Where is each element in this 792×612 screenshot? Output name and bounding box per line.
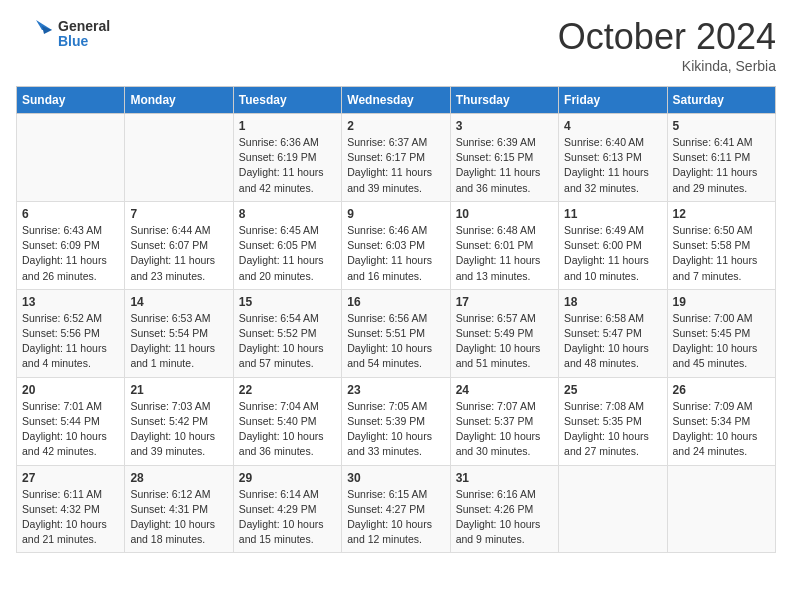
day-number: 26	[673, 383, 770, 397]
weekday-header-saturday: Saturday	[667, 87, 775, 114]
weekday-header-monday: Monday	[125, 87, 233, 114]
day-number: 13	[22, 295, 119, 309]
weekday-header-thursday: Thursday	[450, 87, 558, 114]
week-row-2: 6 Sunrise: 6:43 AMSunset: 6:09 PMDayligh…	[17, 201, 776, 289]
day-info: Sunrise: 6:40 AMSunset: 6:13 PMDaylight:…	[564, 136, 649, 194]
weekday-header-row: SundayMondayTuesdayWednesdayThursdayFrid…	[17, 87, 776, 114]
day-info: Sunrise: 6:52 AMSunset: 5:56 PMDaylight:…	[22, 312, 107, 370]
day-info: Sunrise: 6:14 AMSunset: 4:29 PMDaylight:…	[239, 488, 324, 546]
weekday-header-wednesday: Wednesday	[342, 87, 450, 114]
day-info: Sunrise: 6:11 AMSunset: 4:32 PMDaylight:…	[22, 488, 107, 546]
day-info: Sunrise: 7:03 AMSunset: 5:42 PMDaylight:…	[130, 400, 215, 458]
day-number: 28	[130, 471, 227, 485]
title-block: October 2024 Kikinda, Serbia	[558, 16, 776, 74]
month-title: October 2024	[558, 16, 776, 58]
day-number: 5	[673, 119, 770, 133]
day-number: 22	[239, 383, 336, 397]
logo-bird-icon	[16, 16, 52, 52]
calendar-cell: 23 Sunrise: 7:05 AMSunset: 5:39 PMDaylig…	[342, 377, 450, 465]
day-number: 7	[130, 207, 227, 221]
day-info: Sunrise: 7:08 AMSunset: 5:35 PMDaylight:…	[564, 400, 649, 458]
calendar-cell: 30 Sunrise: 6:15 AMSunset: 4:27 PMDaylig…	[342, 465, 450, 553]
calendar-cell: 7 Sunrise: 6:44 AMSunset: 6:07 PMDayligh…	[125, 201, 233, 289]
calendar-cell: 18 Sunrise: 6:58 AMSunset: 5:47 PMDaylig…	[559, 289, 667, 377]
day-number: 2	[347, 119, 444, 133]
calendar-cell: 12 Sunrise: 6:50 AMSunset: 5:58 PMDaylig…	[667, 201, 775, 289]
calendar-cell: 19 Sunrise: 7:00 AMSunset: 5:45 PMDaylig…	[667, 289, 775, 377]
calendar-cell: 25 Sunrise: 7:08 AMSunset: 5:35 PMDaylig…	[559, 377, 667, 465]
calendar-table: SundayMondayTuesdayWednesdayThursdayFrid…	[16, 86, 776, 553]
calendar-cell: 16 Sunrise: 6:56 AMSunset: 5:51 PMDaylig…	[342, 289, 450, 377]
calendar-cell: 5 Sunrise: 6:41 AMSunset: 6:11 PMDayligh…	[667, 114, 775, 202]
logo: General Blue	[16, 16, 110, 52]
weekday-header-friday: Friday	[559, 87, 667, 114]
calendar-cell: 15 Sunrise: 6:54 AMSunset: 5:52 PMDaylig…	[233, 289, 341, 377]
calendar-cell: 14 Sunrise: 6:53 AMSunset: 5:54 PMDaylig…	[125, 289, 233, 377]
day-info: Sunrise: 6:54 AMSunset: 5:52 PMDaylight:…	[239, 312, 324, 370]
calendar-cell: 1 Sunrise: 6:36 AMSunset: 6:19 PMDayligh…	[233, 114, 341, 202]
calendar-cell	[125, 114, 233, 202]
weekday-header-tuesday: Tuesday	[233, 87, 341, 114]
day-number: 10	[456, 207, 553, 221]
day-number: 15	[239, 295, 336, 309]
day-number: 25	[564, 383, 661, 397]
day-info: Sunrise: 6:15 AMSunset: 4:27 PMDaylight:…	[347, 488, 432, 546]
location-subtitle: Kikinda, Serbia	[558, 58, 776, 74]
day-info: Sunrise: 7:09 AMSunset: 5:34 PMDaylight:…	[673, 400, 758, 458]
calendar-cell: 29 Sunrise: 6:14 AMSunset: 4:29 PMDaylig…	[233, 465, 341, 553]
day-number: 27	[22, 471, 119, 485]
day-info: Sunrise: 6:50 AMSunset: 5:58 PMDaylight:…	[673, 224, 758, 282]
day-info: Sunrise: 6:36 AMSunset: 6:19 PMDaylight:…	[239, 136, 324, 194]
day-number: 3	[456, 119, 553, 133]
logo-general: General	[58, 19, 110, 34]
day-number: 19	[673, 295, 770, 309]
day-number: 18	[564, 295, 661, 309]
day-number: 30	[347, 471, 444, 485]
calendar-cell: 8 Sunrise: 6:45 AMSunset: 6:05 PMDayligh…	[233, 201, 341, 289]
day-number: 14	[130, 295, 227, 309]
day-info: Sunrise: 6:56 AMSunset: 5:51 PMDaylight:…	[347, 312, 432, 370]
day-info: Sunrise: 7:00 AMSunset: 5:45 PMDaylight:…	[673, 312, 758, 370]
day-info: Sunrise: 6:49 AMSunset: 6:00 PMDaylight:…	[564, 224, 649, 282]
calendar-cell: 2 Sunrise: 6:37 AMSunset: 6:17 PMDayligh…	[342, 114, 450, 202]
day-info: Sunrise: 6:16 AMSunset: 4:26 PMDaylight:…	[456, 488, 541, 546]
calendar-cell: 6 Sunrise: 6:43 AMSunset: 6:09 PMDayligh…	[17, 201, 125, 289]
day-info: Sunrise: 6:41 AMSunset: 6:11 PMDaylight:…	[673, 136, 758, 194]
day-info: Sunrise: 6:46 AMSunset: 6:03 PMDaylight:…	[347, 224, 432, 282]
day-info: Sunrise: 7:04 AMSunset: 5:40 PMDaylight:…	[239, 400, 324, 458]
day-number: 31	[456, 471, 553, 485]
day-info: Sunrise: 6:45 AMSunset: 6:05 PMDaylight:…	[239, 224, 324, 282]
day-info: Sunrise: 6:43 AMSunset: 6:09 PMDaylight:…	[22, 224, 107, 282]
day-number: 16	[347, 295, 444, 309]
day-number: 11	[564, 207, 661, 221]
page-header: General Blue October 2024 Kikinda, Serbi…	[16, 16, 776, 74]
day-number: 8	[239, 207, 336, 221]
day-number: 9	[347, 207, 444, 221]
calendar-cell: 11 Sunrise: 6:49 AMSunset: 6:00 PMDaylig…	[559, 201, 667, 289]
day-info: Sunrise: 6:39 AMSunset: 6:15 PMDaylight:…	[456, 136, 541, 194]
calendar-cell: 21 Sunrise: 7:03 AMSunset: 5:42 PMDaylig…	[125, 377, 233, 465]
day-number: 21	[130, 383, 227, 397]
calendar-cell: 28 Sunrise: 6:12 AMSunset: 4:31 PMDaylig…	[125, 465, 233, 553]
calendar-cell: 3 Sunrise: 6:39 AMSunset: 6:15 PMDayligh…	[450, 114, 558, 202]
day-number: 24	[456, 383, 553, 397]
calendar-cell: 26 Sunrise: 7:09 AMSunset: 5:34 PMDaylig…	[667, 377, 775, 465]
day-number: 6	[22, 207, 119, 221]
day-info: Sunrise: 6:48 AMSunset: 6:01 PMDaylight:…	[456, 224, 541, 282]
day-number: 20	[22, 383, 119, 397]
day-number: 1	[239, 119, 336, 133]
calendar-cell	[17, 114, 125, 202]
calendar-cell	[667, 465, 775, 553]
calendar-cell: 17 Sunrise: 6:57 AMSunset: 5:49 PMDaylig…	[450, 289, 558, 377]
day-info: Sunrise: 7:05 AMSunset: 5:39 PMDaylight:…	[347, 400, 432, 458]
day-number: 4	[564, 119, 661, 133]
calendar-cell: 31 Sunrise: 6:16 AMSunset: 4:26 PMDaylig…	[450, 465, 558, 553]
calendar-cell: 22 Sunrise: 7:04 AMSunset: 5:40 PMDaylig…	[233, 377, 341, 465]
day-info: Sunrise: 6:12 AMSunset: 4:31 PMDaylight:…	[130, 488, 215, 546]
day-info: Sunrise: 6:57 AMSunset: 5:49 PMDaylight:…	[456, 312, 541, 370]
weekday-header-sunday: Sunday	[17, 87, 125, 114]
calendar-cell	[559, 465, 667, 553]
calendar-cell: 4 Sunrise: 6:40 AMSunset: 6:13 PMDayligh…	[559, 114, 667, 202]
calendar-cell: 9 Sunrise: 6:46 AMSunset: 6:03 PMDayligh…	[342, 201, 450, 289]
day-number: 23	[347, 383, 444, 397]
